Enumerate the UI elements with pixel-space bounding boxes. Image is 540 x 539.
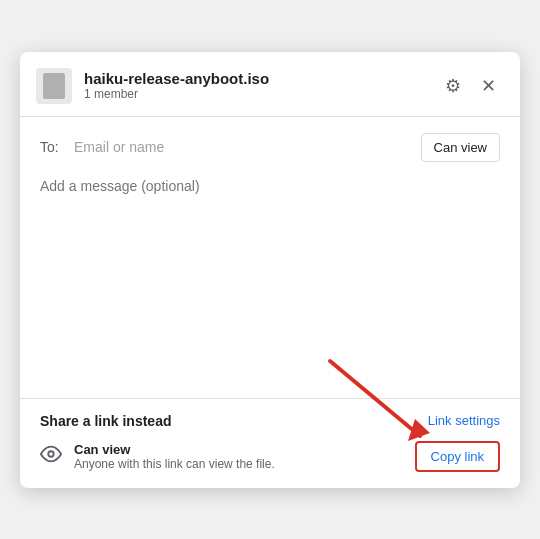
share-link-label: Share a link instead [40, 413, 172, 429]
dialog-header: haiku-release-anyboot.iso 1 member ⚙ ✕ [20, 52, 520, 117]
header-actions: ⚙ ✕ [441, 71, 500, 101]
email-input[interactable] [74, 139, 411, 155]
close-button[interactable]: ✕ [477, 71, 500, 101]
file-icon [36, 68, 72, 104]
member-count: 1 member [84, 87, 429, 101]
svg-point-2 [48, 451, 54, 457]
link-info: Can view Anyone with this link can view … [74, 442, 403, 471]
file-icon-shape [43, 73, 65, 99]
copy-link-button[interactable]: Copy link [415, 441, 500, 472]
share-dialog: haiku-release-anyboot.iso 1 member ⚙ ✕ T… [20, 52, 520, 488]
dialog-footer: Share a link instead Link settings Can v… [20, 398, 520, 488]
settings-button[interactable]: ⚙ [441, 71, 465, 101]
permission-button[interactable]: Can view [421, 133, 500, 162]
link-settings-button[interactable]: Link settings [428, 413, 500, 428]
header-text: haiku-release-anyboot.iso 1 member [84, 70, 429, 101]
eye-icon [40, 443, 62, 470]
share-link-row: Share a link instead Link settings [40, 413, 500, 429]
link-row: Can view Anyone with this link can view … [40, 441, 500, 472]
to-label: To: [40, 139, 64, 155]
message-input[interactable] [40, 178, 500, 238]
link-type: Can view [74, 442, 403, 457]
dialog-body: To: Can view [20, 117, 520, 398]
file-title: haiku-release-anyboot.iso [84, 70, 429, 87]
to-row: To: Can view [40, 133, 500, 162]
link-description: Anyone with this link can view the file. [74, 457, 403, 471]
